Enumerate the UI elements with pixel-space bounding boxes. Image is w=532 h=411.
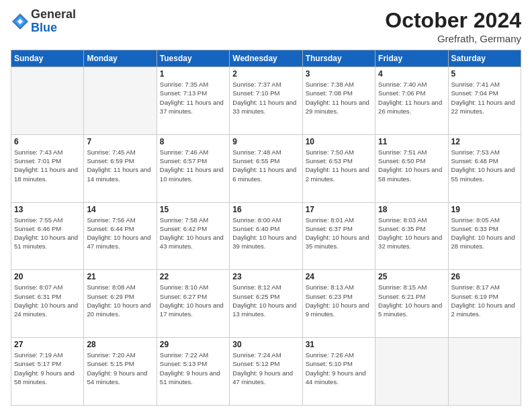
day-info: Sunrise: 7:53 AM Sunset: 6:48 PM Dayligh… [451, 148, 518, 183]
day-number: 25 [378, 272, 445, 281]
calendar-cell [375, 338, 448, 406]
day-number: 31 [306, 340, 372, 349]
location: Grefrath, Germany [385, 33, 521, 44]
calendar-cell: 20Sunrise: 8:07 AM Sunset: 6:31 PM Dayli… [11, 270, 84, 338]
day-number: 10 [306, 137, 372, 146]
day-info: Sunrise: 7:37 AM Sunset: 7:10 PM Dayligh… [232, 80, 299, 116]
calendar-cell: 30Sunrise: 7:24 AM Sunset: 5:12 PM Dayli… [230, 338, 302, 406]
calendar-week-4: 20Sunrise: 8:07 AM Sunset: 6:31 PM Dayli… [11, 270, 521, 338]
day-info: Sunrise: 7:38 AM Sunset: 7:08 PM Dayligh… [306, 80, 372, 116]
day-number: 15 [160, 205, 226, 214]
calendar-week-3: 13Sunrise: 7:55 AM Sunset: 6:46 PM Dayli… [11, 202, 521, 270]
day-number: 19 [451, 205, 518, 214]
calendar-week-2: 6Sunrise: 7:43 AM Sunset: 7:01 PM Daylig… [11, 134, 521, 202]
calendar-cell: 18Sunrise: 8:03 AM Sunset: 6:35 PM Dayli… [375, 202, 448, 270]
day-number: 4 [378, 69, 445, 79]
day-info: Sunrise: 8:12 AM Sunset: 6:25 PM Dayligh… [232, 283, 299, 318]
logo-text: General Blue [31, 8, 76, 35]
day-info: Sunrise: 7:20 AM Sunset: 5:15 PM Dayligh… [87, 351, 153, 386]
day-info: Sunrise: 7:22 AM Sunset: 5:13 PM Dayligh… [160, 351, 226, 386]
day-number: 26 [451, 272, 518, 281]
day-number: 24 [306, 272, 372, 281]
calendar-cell: 10Sunrise: 7:50 AM Sunset: 6:53 PM Dayli… [302, 134, 375, 202]
calendar-cell: 5Sunrise: 7:41 AM Sunset: 7:04 PM Daylig… [448, 67, 521, 135]
calendar-cell: 13Sunrise: 7:55 AM Sunset: 6:46 PM Dayli… [11, 202, 84, 270]
header: General Blue October 2024 Grefrath, Germ… [11, 8, 521, 44]
day-info: Sunrise: 8:03 AM Sunset: 6:35 PM Dayligh… [378, 216, 445, 251]
calendar-week-1: 1Sunrise: 7:35 AM Sunset: 7:13 PM Daylig… [11, 67, 521, 135]
day-number: 17 [306, 205, 372, 214]
day-info: Sunrise: 7:40 AM Sunset: 7:06 PM Dayligh… [378, 80, 445, 116]
calendar-cell: 8Sunrise: 7:46 AM Sunset: 6:57 PM Daylig… [157, 134, 229, 202]
logo: General Blue [11, 8, 76, 35]
day-number: 13 [14, 205, 81, 214]
day-info: Sunrise: 7:35 AM Sunset: 7:13 PM Dayligh… [160, 80, 226, 116]
calendar-week-5: 27Sunrise: 7:19 AM Sunset: 5:17 PM Dayli… [11, 338, 521, 406]
day-number: 6 [14, 137, 81, 146]
calendar-header: SundayMondayTuesdayWednesdayThursdayFrid… [11, 50, 521, 67]
weekday-header-tuesday: Tuesday [157, 50, 229, 67]
day-number: 21 [87, 272, 153, 281]
day-info: Sunrise: 7:46 AM Sunset: 6:57 PM Dayligh… [160, 148, 226, 183]
day-number: 18 [378, 205, 445, 214]
calendar-cell: 16Sunrise: 8:00 AM Sunset: 6:40 PM Dayli… [230, 202, 302, 270]
calendar-body: 1Sunrise: 7:35 AM Sunset: 7:13 PM Daylig… [11, 67, 521, 406]
weekday-header-friday: Friday [375, 50, 448, 67]
day-number: 5 [451, 69, 518, 79]
calendar-cell: 15Sunrise: 7:58 AM Sunset: 6:42 PM Dayli… [157, 202, 229, 270]
calendar-cell: 7Sunrise: 7:45 AM Sunset: 6:59 PM Daylig… [84, 134, 157, 202]
calendar-cell: 22Sunrise: 8:10 AM Sunset: 6:27 PM Dayli… [157, 270, 229, 338]
day-number: 9 [232, 137, 299, 146]
day-info: Sunrise: 7:19 AM Sunset: 5:17 PM Dayligh… [14, 351, 81, 386]
day-number: 29 [160, 340, 226, 349]
calendar-cell: 4Sunrise: 7:40 AM Sunset: 7:06 PM Daylig… [375, 67, 448, 135]
day-info: Sunrise: 8:08 AM Sunset: 6:29 PM Dayligh… [87, 283, 153, 318]
calendar-cell: 29Sunrise: 7:22 AM Sunset: 5:13 PM Dayli… [157, 338, 229, 406]
calendar-cell: 19Sunrise: 8:05 AM Sunset: 6:33 PM Dayli… [448, 202, 521, 270]
day-info: Sunrise: 7:50 AM Sunset: 6:53 PM Dayligh… [306, 148, 372, 183]
calendar-cell: 26Sunrise: 8:17 AM Sunset: 6:19 PM Dayli… [448, 270, 521, 338]
day-info: Sunrise: 7:51 AM Sunset: 6:50 PM Dayligh… [378, 148, 445, 183]
day-number: 12 [451, 137, 518, 146]
day-number: 11 [378, 137, 445, 146]
day-info: Sunrise: 7:55 AM Sunset: 6:46 PM Dayligh… [14, 216, 81, 251]
calendar-cell: 21Sunrise: 8:08 AM Sunset: 6:29 PM Dayli… [84, 270, 157, 338]
calendar-cell: 6Sunrise: 7:43 AM Sunset: 7:01 PM Daylig… [11, 134, 84, 202]
day-info: Sunrise: 7:45 AM Sunset: 6:59 PM Dayligh… [87, 148, 153, 183]
calendar-cell: 23Sunrise: 8:12 AM Sunset: 6:25 PM Dayli… [230, 270, 302, 338]
calendar-cell: 24Sunrise: 8:13 AM Sunset: 6:23 PM Dayli… [302, 270, 375, 338]
day-info: Sunrise: 7:56 AM Sunset: 6:44 PM Dayligh… [87, 216, 153, 251]
logo-blue-text: Blue [31, 21, 76, 35]
day-number: 22 [160, 272, 226, 281]
page: General Blue October 2024 Grefrath, Germ… [0, 0, 532, 411]
logo-icon [11, 12, 30, 31]
day-number: 1 [160, 69, 226, 79]
day-info: Sunrise: 7:58 AM Sunset: 6:42 PM Dayligh… [160, 216, 226, 251]
weekday-header-sunday: Sunday [11, 50, 84, 67]
day-info: Sunrise: 7:43 AM Sunset: 7:01 PM Dayligh… [14, 148, 81, 183]
day-info: Sunrise: 7:24 AM Sunset: 5:12 PM Dayligh… [232, 351, 299, 386]
calendar-cell: 14Sunrise: 7:56 AM Sunset: 6:44 PM Dayli… [84, 202, 157, 270]
logo-general-text: General [31, 8, 76, 21]
day-number: 16 [232, 205, 299, 214]
day-number: 20 [14, 272, 81, 281]
weekday-header-saturday: Saturday [448, 50, 521, 67]
day-number: 3 [306, 69, 372, 79]
day-info: Sunrise: 8:15 AM Sunset: 6:21 PM Dayligh… [378, 283, 445, 318]
day-info: Sunrise: 8:00 AM Sunset: 6:40 PM Dayligh… [232, 216, 299, 251]
day-info: Sunrise: 7:26 AM Sunset: 5:10 PM Dayligh… [306, 351, 372, 386]
calendar-cell [11, 67, 84, 135]
day-info: Sunrise: 8:01 AM Sunset: 6:37 PM Dayligh… [306, 216, 372, 251]
calendar-cell: 12Sunrise: 7:53 AM Sunset: 6:48 PM Dayli… [448, 134, 521, 202]
month-year: October 2024 [385, 8, 521, 33]
title-block: October 2024 Grefrath, Germany [385, 8, 521, 44]
day-info: Sunrise: 8:13 AM Sunset: 6:23 PM Dayligh… [306, 283, 372, 318]
day-number: 23 [232, 272, 299, 281]
calendar-cell [84, 67, 157, 135]
day-info: Sunrise: 8:07 AM Sunset: 6:31 PM Dayligh… [14, 283, 81, 318]
calendar-cell: 17Sunrise: 8:01 AM Sunset: 6:37 PM Dayli… [302, 202, 375, 270]
calendar-cell [448, 338, 521, 406]
calendar-cell: 28Sunrise: 7:20 AM Sunset: 5:15 PM Dayli… [84, 338, 157, 406]
calendar-cell: 2Sunrise: 7:37 AM Sunset: 7:10 PM Daylig… [230, 67, 302, 135]
day-number: 30 [232, 340, 299, 349]
